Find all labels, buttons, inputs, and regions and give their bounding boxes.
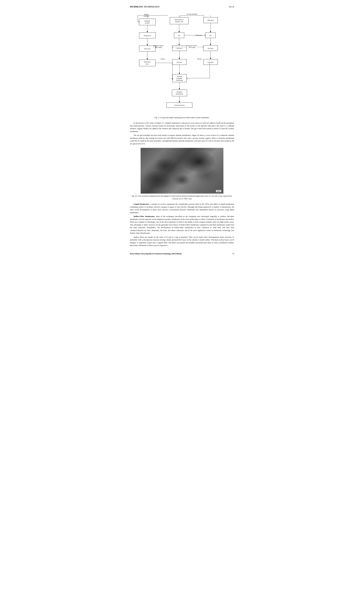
svg-text:Sol layer: Sol layer [177, 47, 182, 49]
paragraph-4: Hollow-Fiber Membranes. Most of the tech… [130, 215, 234, 234]
svg-marker-40 [179, 44, 180, 46]
svg-marker-89 [205, 35, 205, 36]
figure-18-container: 20μm Fig. 18. Cross-sectional scanning e… [130, 148, 234, 200]
svg-text:Simple: Simple [144, 13, 148, 15]
svg-text:Inorganic: Inorganic [144, 20, 150, 22]
fig18-courtesy: Courtesy of U.S. Filter Corp. [130, 198, 234, 200]
svg-marker-18 [147, 44, 148, 46]
svg-text:(sintering): (sintering) [176, 79, 183, 81]
svg-text:Inorganic binders: Inorganic binders [187, 45, 197, 47]
page-footer: Kirk-Othmer Encyclopedia of Chemical Tec… [130, 253, 234, 255]
page-header: MEMBRANE TECHNOLOGY Vol 16 [130, 6, 234, 8]
svg-text:Characterization: Characterization [174, 104, 185, 106]
svg-text:and coating: and coating [189, 47, 195, 48]
svg-text:Thin layer: Thin layer [144, 48, 151, 50]
svg-text:membranes: membranes [176, 93, 183, 95]
svg-text:Inorganic: Inorganic [176, 91, 182, 93]
svg-text:Sol layer: Sol layer [208, 47, 213, 49]
svg-marker-23 [147, 58, 148, 60]
svg-marker-58 [179, 88, 180, 90]
header-title: MEMBRANE TECHNOLOGY [130, 6, 160, 8]
svg-text:Sol: Sol [178, 35, 180, 36]
figure-18-image: 20μm [141, 148, 223, 194]
fig18-caption: Fig. 18. Cross-sectional scanning electr… [130, 195, 234, 197]
svg-text:Sol–gel methods: Sol–gel methods [187, 13, 197, 15]
svg-text:Suspension: Suspension [144, 35, 151, 37]
svg-marker-63 [179, 101, 180, 103]
svg-text:Alkoxides: Alkoxides [207, 19, 214, 21]
svg-text:Hydroxides or: Hydroxides or [174, 19, 184, 20]
footer-title: Kirk-Othmer Encyclopedia of Chemical Tec… [130, 253, 182, 255]
paragraph-2: The sol–gel technique has been used most… [130, 134, 234, 145]
svg-text:Gel layer: Gel layer [208, 61, 214, 63]
svg-text:treatment: treatment [176, 77, 182, 79]
svg-marker-10 [147, 31, 148, 33]
svg-text:Thermal: Thermal [177, 75, 182, 77]
liquid-membranes-bold: Liquid Membranes. [134, 203, 150, 205]
paragraph-5: Hollow fibers are usually on the order o… [130, 236, 234, 247]
fig17-caption: Fig. 17. Sol–gel and simple sintering pr… [130, 117, 234, 119]
svg-text:metallic salts: metallic salts [175, 21, 183, 22]
svg-text:Gel layer: Gel layer [177, 61, 182, 63]
figure-18-microscopy [141, 148, 223, 194]
hollow-fiber-bold: Hollow-Fiber Membranes. [134, 215, 155, 217]
svg-text:Drying: Drying [197, 58, 201, 60]
svg-text:and coating: and coating [155, 47, 162, 48]
footer-page: 70 [232, 253, 234, 255]
svg-marker-49 [179, 73, 180, 74]
svg-text:Dried thin: Dried thin [144, 61, 151, 63]
svg-text:powder: powder [145, 22, 150, 24]
svg-marker-74 [210, 44, 211, 46]
svg-text:Drying: Drying [161, 58, 164, 60]
svg-marker-78 [210, 58, 211, 59]
svg-text:Sol: Sol [209, 35, 212, 36]
svg-marker-34 [179, 31, 180, 33]
flowchart-container: Simple sintering Sol–gel methods Inorgan… [130, 12, 234, 115]
paragraph-1: In the process in the center of Figure 1… [130, 122, 234, 133]
header-vol: Vol 16 [229, 6, 234, 8]
paragraph-3: Liquid Membranes. A number of reviews su… [130, 203, 234, 214]
svg-marker-29 [172, 78, 173, 80]
svg-marker-56 [187, 78, 187, 79]
svg-text:layer: layer [146, 63, 149, 65]
svg-marker-45 [179, 58, 180, 59]
paragraph-4-text: Most of the techniques described in the … [130, 215, 234, 234]
svg-marker-70 [210, 31, 211, 33]
flowchart-svg: Simple sintering Sol–gel methods Inorgan… [131, 12, 233, 115]
scale-bar: 20μm [216, 190, 221, 192]
